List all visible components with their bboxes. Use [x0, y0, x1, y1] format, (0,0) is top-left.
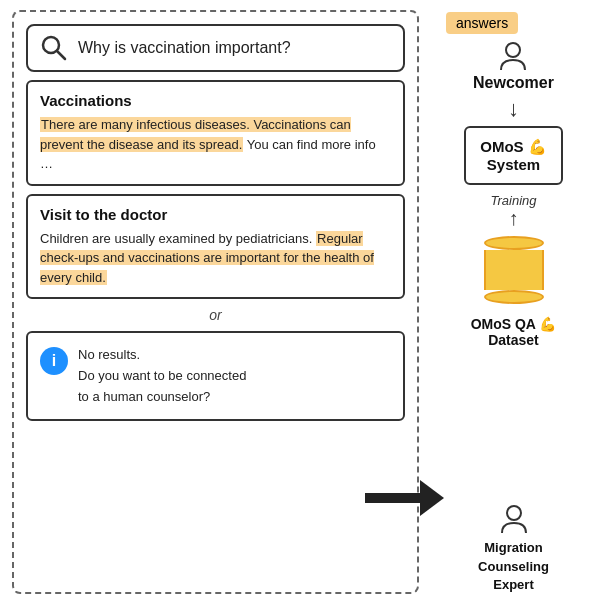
- search-icon: [40, 34, 68, 62]
- omos-system-label2: System: [480, 156, 547, 173]
- search-bar[interactable]: Why is vaccination important?: [26, 24, 405, 72]
- omos-qa-label2: Dataset: [488, 332, 539, 348]
- no-results-card: i No results. Do you want to be connecte…: [26, 331, 405, 421]
- left-panel: Why is vaccination important? Vaccinatio…: [12, 10, 419, 594]
- omos-qa-label: OMoS QA 💪 Dataset: [471, 316, 557, 348]
- arrow-shaft: [365, 493, 420, 503]
- migration-label2: Counseling: [478, 559, 549, 574]
- right-panel: answers Newcomer ↓ OMoS 💪 System Trainin…: [431, 10, 596, 594]
- svg-point-2: [506, 43, 520, 57]
- migration-person-icon: [498, 503, 530, 535]
- newcomer-person-icon: [497, 40, 529, 72]
- result-card-2: Visit to the doctor Children are usually…: [26, 194, 405, 300]
- big-right-arrow: [365, 480, 444, 516]
- migration-label: Migration Counseling Expert: [478, 539, 549, 594]
- training-label: Training: [490, 193, 536, 208]
- migration-label3: Expert: [493, 577, 533, 592]
- no-results-text: No results. Do you want to be connected …: [78, 345, 246, 407]
- result-title-1: Vaccinations: [40, 92, 391, 109]
- no-results-line3: to a human counselor?: [78, 389, 210, 404]
- info-icon: i: [40, 347, 68, 375]
- arrow-head: [420, 480, 444, 516]
- result-body-2: Children are usually examined by pediatr…: [40, 229, 391, 288]
- svg-point-3: [507, 506, 521, 520]
- result-card-1: Vaccinations There are many infectious d…: [26, 80, 405, 186]
- migration-label1: Migration: [484, 540, 543, 555]
- result-normal-2a: Children are usually examined by pediatr…: [40, 231, 316, 246]
- result-title-2: Visit to the doctor: [40, 206, 391, 223]
- no-results-line2: Do you want to be connected: [78, 368, 246, 383]
- no-results-line1: No results.: [78, 347, 140, 362]
- arrow-down-newcomer: ↓: [508, 96, 519, 122]
- omos-system-label1: OMoS 💪: [480, 138, 547, 156]
- arrow-up-training: ↑: [508, 208, 518, 228]
- answers-badge: answers: [446, 12, 518, 34]
- result-body-1: There are many infectious diseases. Vacc…: [40, 115, 391, 174]
- main-layout: Why is vaccination important? Vaccinatio…: [0, 0, 608, 604]
- database-icon: [484, 236, 544, 304]
- omos-system-box: OMoS 💪 System: [464, 126, 563, 185]
- search-query-text: Why is vaccination important?: [78, 39, 291, 57]
- newcomer-label: Newcomer: [473, 74, 554, 92]
- omos-qa-label1: OMoS QA 💪: [471, 316, 557, 332]
- or-divider: or: [26, 307, 405, 323]
- svg-line-1: [57, 51, 65, 59]
